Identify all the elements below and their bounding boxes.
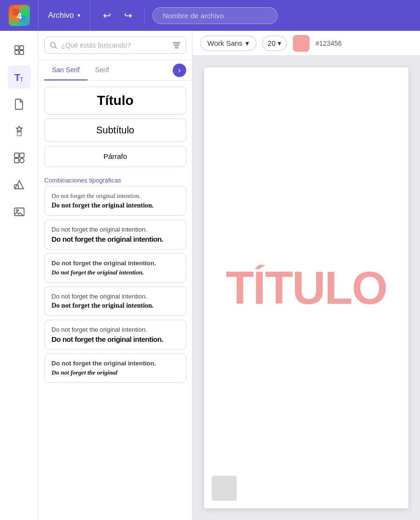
svg-rect-24: [174, 45, 179, 46]
tab-san-serif[interactable]: San Serif: [44, 60, 88, 80]
combo-4-light: Do not forget the original intention.: [51, 293, 179, 300]
svg-rect-14: [20, 153, 24, 157]
canvas-title: TÍTULO: [226, 265, 387, 311]
font-size-label: 20: [267, 39, 276, 47]
main-layout: T T: [0, 31, 420, 520]
sidebar-item-plugins[interactable]: [8, 119, 31, 143]
canvas-area: Work Sans 20 #123456 TÍTULO: [192, 31, 420, 520]
combo-3-bold: Do not forget the original intention.: [51, 269, 179, 276]
sidebar: T T: [0, 31, 38, 520]
combo-5-light: Do not forget the original intention.: [51, 326, 179, 333]
combo-card-2[interactable]: Do not forget the original intention. Do…: [44, 220, 186, 249]
topbar-actions: ↩ ↪: [90, 7, 145, 24]
search-icon: [50, 41, 57, 49]
undo-button[interactable]: ↩: [98, 7, 115, 24]
svg-rect-12: [17, 132, 21, 136]
svg-point-16: [20, 158, 24, 163]
canvas-toolbar: Work Sans 20 #123456: [192, 31, 420, 56]
combo-card-4[interactable]: Do not forget the original intention. Do…: [44, 286, 186, 316]
size-chevron-icon: [278, 39, 281, 48]
svg-point-20: [16, 209, 18, 211]
font-name-label: Work Sans: [207, 39, 242, 47]
sidebar-item-text[interactable]: T T: [8, 65, 31, 89]
sidebar-item-components[interactable]: [8, 146, 31, 169]
panel-tabs: San Serif Serif ›: [38, 60, 192, 81]
svg-line-22: [55, 47, 57, 49]
font-selector[interactable]: Work Sans: [200, 36, 256, 51]
combos-heading: Combinaciones tipográficas: [38, 173, 192, 186]
sidebar-item-image[interactable]: [8, 200, 31, 223]
redo-button[interactable]: ↪: [119, 7, 137, 24]
svg-text:4: 4: [16, 12, 21, 21]
topbar: 4 Archivo ▾ ↩ ↪: [0, 0, 420, 31]
tab-next-button[interactable]: ›: [173, 64, 186, 77]
color-hex-label: #123456: [316, 39, 342, 47]
combo-1-bold: Do not forget the original intention.: [51, 202, 179, 209]
svg-rect-25: [175, 47, 178, 48]
archivo-menu[interactable]: Archivo ▾: [38, 0, 90, 31]
canvas-thumbnail: [212, 476, 237, 501]
filename-input[interactable]: [153, 7, 278, 24]
svg-rect-6: [15, 46, 19, 50]
search-input[interactable]: [61, 41, 168, 49]
archivo-label: Archivo: [48, 11, 74, 20]
font-size-selector[interactable]: 20: [262, 36, 287, 51]
svg-rect-23: [173, 42, 180, 43]
combo-6-bold: Do not forget the original: [51, 369, 179, 377]
sidebar-item-shapes[interactable]: [8, 173, 31, 196]
combo-2-bold: Do not forget the original intention.: [51, 235, 179, 243]
svg-text:T: T: [20, 77, 24, 83]
svg-rect-7: [20, 46, 24, 50]
filename-area: [145, 7, 420, 24]
combo-4-bold: Do not forget the original intention.: [51, 302, 179, 310]
tab-serif[interactable]: Serif: [88, 60, 117, 80]
svg-rect-9: [20, 51, 24, 54]
search-box: [44, 37, 186, 54]
canvas-page[interactable]: TÍTULO: [204, 67, 408, 508]
sidebar-item-page[interactable]: [8, 92, 31, 116]
combo-3-light: Do not forget the original intention.: [51, 260, 179, 267]
svg-rect-13: [14, 153, 19, 157]
logo[interactable]: 4: [0, 0, 38, 31]
combo-6-light: Do not forget the original intention.: [51, 360, 179, 367]
sidebar-item-layout[interactable]: [8, 39, 31, 62]
titulo-label: Título: [97, 93, 133, 108]
combo-list: Do not forget the original intention. Do…: [38, 186, 192, 520]
color-swatch[interactable]: [293, 35, 310, 52]
style-card-subtitulo[interactable]: Subtítulo: [44, 118, 186, 142]
combo-card-6[interactable]: Do not forget the original intention. Do…: [44, 353, 186, 383]
panel-search-area: [38, 31, 192, 60]
svg-rect-8: [15, 51, 19, 54]
font-panel: San Serif Serif › Título Subtítulo Párra…: [38, 31, 192, 520]
style-card-titulo[interactable]: Título: [44, 87, 186, 115]
svg-rect-15: [14, 158, 19, 163]
svg-point-21: [51, 42, 55, 47]
combo-card-3[interactable]: Do not forget the original intention. Do…: [44, 253, 186, 283]
combo-2-light: Do not forget the original intention.: [51, 226, 179, 233]
combo-card-5[interactable]: Do not forget the original intention. Do…: [44, 320, 186, 350]
svg-rect-19: [14, 208, 24, 216]
logo-icon: 4: [9, 5, 30, 26]
combo-1-light: Do not forget the original intention.: [51, 192, 179, 200]
canvas-page-wrapper: TÍTULO: [204, 67, 408, 508]
font-chevron-icon: [245, 39, 249, 48]
subtitulo-label: Subtítulo: [96, 125, 134, 135]
archivo-chevron: ▾: [77, 12, 80, 19]
parrafo-label: Párrafo: [103, 152, 127, 160]
style-card-parrafo[interactable]: Párrafo: [44, 146, 186, 167]
filter-icon[interactable]: [172, 41, 181, 50]
style-cards-area: Título Subtítulo Párrafo: [38, 81, 192, 173]
combo-card-1[interactable]: Do not forget the original intention. Do…: [44, 186, 186, 216]
combo-5-bold: Do not forget the original intention.: [51, 335, 179, 343]
